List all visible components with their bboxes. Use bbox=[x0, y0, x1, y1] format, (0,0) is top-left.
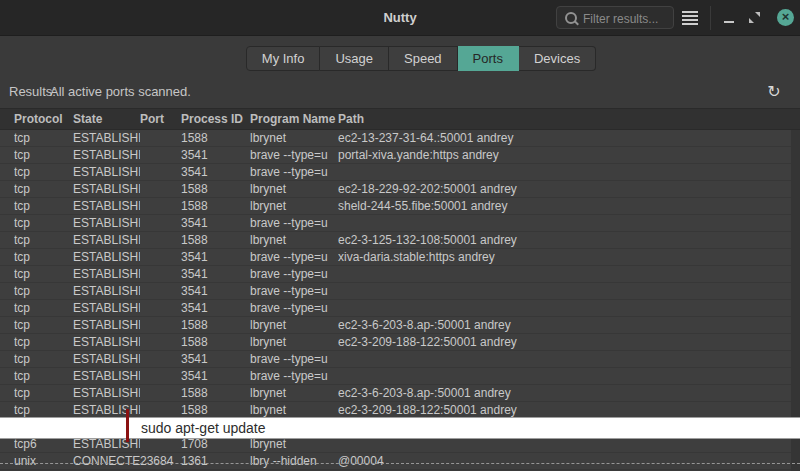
cell-protocol: tcp bbox=[14, 368, 73, 384]
cell-protocol: tcp bbox=[14, 130, 73, 146]
table-row[interactable]: tcpESTABLISHED3541brave --type=u bbox=[0, 164, 800, 181]
table-row[interactable]: tcpESTABLISHED1588lbrynetec2-3-6-203-8.a… bbox=[0, 385, 800, 402]
tab-usage[interactable]: Usage bbox=[320, 46, 389, 71]
column-header-state[interactable]: State bbox=[73, 109, 140, 129]
cell-path: ec2-3-6-203-8.ap-:50001 andrey bbox=[338, 385, 800, 401]
table-row[interactable]: tcpESTABLISHED3541brave --type=uportal-x… bbox=[0, 147, 800, 164]
cell-port bbox=[140, 147, 181, 163]
cell-path: ec2-13-237-31-64.:50001 andrey bbox=[338, 130, 800, 146]
tab-my-info[interactable]: My Info bbox=[246, 46, 321, 71]
table-row[interactable]: tcpESTABLISHED1588lbrynetec2-3-209-188-1… bbox=[0, 334, 800, 351]
column-header-protocol[interactable]: Protocol bbox=[14, 109, 73, 129]
table-row[interactable]: unixCONNECTED236841361lbry --hidden@0000… bbox=[0, 453, 800, 470]
cell-protocol: tcp bbox=[14, 283, 73, 299]
table-row[interactable]: tcpESTABLISHED1588lbrynetsheld-244-55.fi… bbox=[0, 198, 800, 215]
cell-state: ESTABLISHED bbox=[73, 181, 140, 197]
cell-state: ESTABLISHED bbox=[73, 215, 140, 231]
table-row[interactable]: tcpESTABLISHED3541brave --type=u bbox=[0, 266, 800, 283]
cell-port bbox=[140, 334, 181, 350]
search-input[interactable] bbox=[581, 8, 673, 29]
cell-process-id: 3541 bbox=[181, 147, 250, 163]
cell-state: ESTABLISHED bbox=[73, 334, 140, 350]
maximize-button[interactable] bbox=[749, 12, 760, 23]
table-row[interactable]: tcpESTABLISHED3541brave --type=u bbox=[0, 300, 800, 317]
table-row[interactable]: tcpESTABLISHED3541brave --type=u bbox=[0, 215, 800, 232]
cell-port bbox=[140, 402, 181, 418]
cell-state: ESTABLISHED bbox=[73, 283, 140, 299]
refresh-button[interactable]: ↻ bbox=[762, 80, 786, 104]
cell-path: ec2-3-209-188-122:50001 andrey bbox=[338, 402, 800, 418]
cell-port bbox=[140, 317, 181, 333]
cell-state: ESTABLISHED bbox=[73, 385, 140, 401]
minimize-icon bbox=[724, 21, 734, 23]
table-row[interactable]: tcpESTABLISHED1588lbrynetec2-18-229-92-2… bbox=[0, 181, 800, 198]
results-line: Results: All active ports scanned. ↻ bbox=[0, 80, 800, 106]
cell-port bbox=[140, 198, 181, 214]
cell-program-name: brave --type=u bbox=[250, 147, 338, 163]
column-header-process-id[interactable]: Process ID bbox=[181, 109, 250, 129]
app-window: Nutty × My InfoUsageSpeedPortsDevices Re… bbox=[0, 0, 800, 471]
cell-path: portal-xiva.yande:https andrey bbox=[338, 147, 800, 163]
cell-protocol: tcp bbox=[14, 164, 73, 180]
cell-port bbox=[140, 283, 181, 299]
cell-path bbox=[338, 368, 800, 384]
cell-process-id: 1588 bbox=[181, 198, 250, 214]
minimize-button[interactable] bbox=[720, 8, 738, 28]
cell-state: ESTABLISHED bbox=[73, 351, 140, 367]
header-separator bbox=[710, 6, 711, 30]
cell-protocol: tcp bbox=[14, 351, 73, 367]
cell-path bbox=[338, 300, 800, 316]
search-box bbox=[556, 6, 674, 29]
table-row[interactable]: tcpESTABLISHED3541brave --type=uxiva-dar… bbox=[0, 249, 800, 266]
cell-port bbox=[140, 215, 181, 231]
tab-devices[interactable]: Devices bbox=[519, 46, 596, 71]
cell-program-name: lbrynet bbox=[250, 198, 338, 214]
cell-program-name: brave --type=u bbox=[250, 351, 338, 367]
cell-protocol: tcp bbox=[14, 317, 73, 333]
menu-button[interactable] bbox=[680, 8, 700, 28]
cell-path: xiva-daria.stable:https andrey bbox=[338, 249, 800, 265]
cell-program-name: brave --type=u bbox=[250, 368, 338, 384]
tab-ports[interactable]: Ports bbox=[458, 46, 519, 71]
cell-port bbox=[140, 130, 181, 146]
tab-speed[interactable]: Speed bbox=[389, 46, 458, 71]
cell-process-id: 1588 bbox=[181, 232, 250, 248]
table-row[interactable]: tcpESTABLISHED3541brave --type=u bbox=[0, 351, 800, 368]
cell-path bbox=[338, 266, 800, 282]
cell-process-id: 3541 bbox=[181, 266, 250, 282]
table-row[interactable]: tcpESTABLISHED3541brave --type=u bbox=[0, 368, 800, 385]
close-button[interactable]: × bbox=[777, 9, 794, 26]
results-message: All active ports scanned. bbox=[50, 84, 191, 99]
cell-program-name: brave --type=u bbox=[250, 266, 338, 282]
column-header-path[interactable]: Path bbox=[338, 109, 800, 129]
cell-process-id: 3541 bbox=[181, 283, 250, 299]
cell-process-id: 1588 bbox=[181, 130, 250, 146]
cell-program-name: brave --type=u bbox=[250, 215, 338, 231]
cell-protocol: tcp bbox=[14, 198, 73, 214]
cell-path: ec2-3-209-188-122:50001 andrey bbox=[338, 334, 800, 350]
cell-protocol: tcp bbox=[14, 249, 73, 265]
cell-state: ESTABLISHED bbox=[73, 164, 140, 180]
cell-program-name: lbrynet bbox=[250, 232, 338, 248]
table-row[interactable]: tcpESTABLISHED1588lbrynetec2-3-6-203-8.a… bbox=[0, 317, 800, 334]
column-header-program-name[interactable]: Program Name bbox=[250, 109, 338, 129]
cell-path: ec2-18-229-92-202:50001 andrey bbox=[338, 181, 800, 197]
header-bar: Nutty × bbox=[0, 0, 800, 36]
cell-process-id: 1588 bbox=[181, 317, 250, 333]
cell-process-id: 3541 bbox=[181, 368, 250, 384]
cell-state: ESTABLISHED bbox=[73, 130, 140, 146]
cell-program-name: brave --type=u bbox=[250, 300, 338, 316]
cell-state: ESTABLISHED bbox=[73, 147, 140, 163]
cell-state: ESTABLISHED bbox=[73, 249, 140, 265]
cell-port bbox=[140, 300, 181, 316]
cell-protocol: tcp bbox=[14, 266, 73, 282]
cell-process-id: 3541 bbox=[181, 351, 250, 367]
column-header-port[interactable]: Port bbox=[140, 109, 181, 129]
table-row[interactable]: tcpESTABLISHED1588lbrynetec2-3-125-132-1… bbox=[0, 232, 800, 249]
table-row[interactable]: tcpESTABLISHED1588lbrynetec2-13-237-31-6… bbox=[0, 130, 800, 147]
caption-cursor bbox=[126, 409, 129, 442]
cell-port bbox=[140, 385, 181, 401]
table-row[interactable]: tcpESTABLISHED3541brave --type=u bbox=[0, 283, 800, 300]
cell-process-id: 1588 bbox=[181, 334, 250, 350]
cell-process-id: 3541 bbox=[181, 164, 250, 180]
